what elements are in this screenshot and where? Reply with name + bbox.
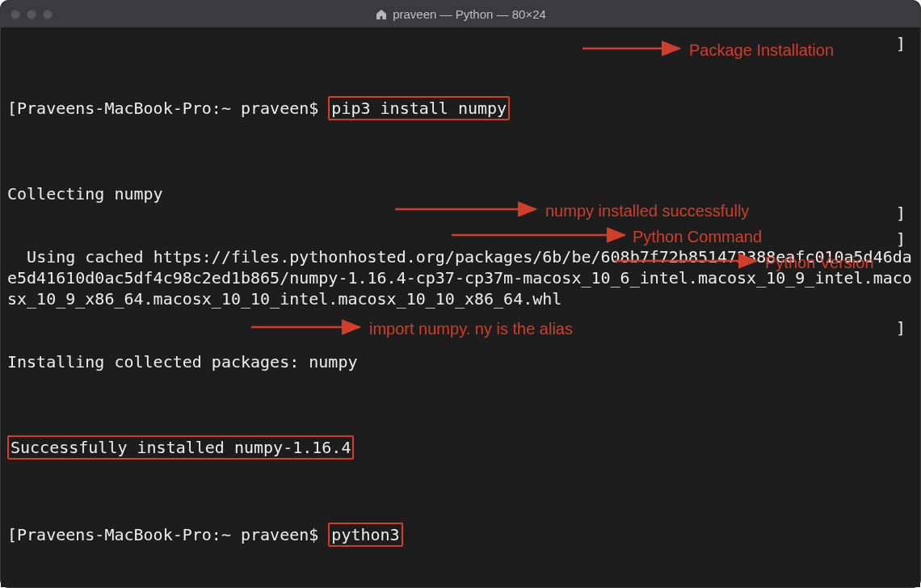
annotation-python-version: Python Version	[765, 252, 874, 273]
highlight-success: Successfully installed numpy-1.16.4	[7, 435, 354, 460]
line-end-bracket: ]	[896, 229, 906, 250]
line-end-bracket: ]	[896, 203, 906, 224]
terminal-line: [Praveens-MacBook-Pro:~ praveen$ python3	[7, 523, 914, 547]
terminal-line: Successfully installed numpy-1.16.4	[7, 435, 914, 460]
home-icon	[375, 8, 388, 21]
annotation-python-command: Python Command	[633, 226, 762, 247]
annotation-import-alias: import numpy. ny is the alias	[369, 318, 573, 339]
minimize-button[interactable]	[27, 10, 36, 19]
shell-prompt: [Praveens-MacBook-Pro:~ praveen$	[7, 525, 328, 544]
terminal-line: Collecting numpy	[7, 183, 914, 204]
terminal-body[interactable]: [Praveens-MacBook-Pro:~ praveen$ pip3 in…	[1, 28, 920, 587]
annotation-package-installation: Package Installation	[689, 40, 834, 61]
close-button[interactable]	[11, 10, 20, 19]
terminal-line: [Praveens-MacBook-Pro:~ praveen$ pip3 in…	[7, 96, 914, 120]
annotation-numpy-success: numpy installed successfully	[545, 200, 749, 221]
highlight-python3: python3	[328, 523, 402, 547]
line-end-bracket: ]	[896, 317, 906, 338]
terminal-window: praveen — Python — 80×24 [Praveens-MacBo…	[0, 0, 921, 588]
terminal-line: Installing collected packages: numpy	[7, 351, 914, 372]
cmd-python3: python3	[331, 525, 399, 544]
line-end-bracket: ]	[896, 33, 906, 54]
install-success: Successfully installed numpy-1.16.4	[11, 438, 351, 457]
window-title: praveen — Python — 80×24	[393, 7, 546, 21]
window-title-container: praveen — Python — 80×24	[1, 7, 920, 21]
shell-prompt: [Praveens-MacBook-Pro:~ praveen$	[7, 99, 328, 118]
titlebar: praveen — Python — 80×24	[1, 1, 920, 28]
highlight-pip-command: pip3 install numpy	[328, 96, 510, 120]
traffic-lights	[11, 10, 53, 19]
zoom-button[interactable]	[43, 10, 53, 19]
cmd-pip3-install: pip3 install numpy	[331, 99, 507, 118]
